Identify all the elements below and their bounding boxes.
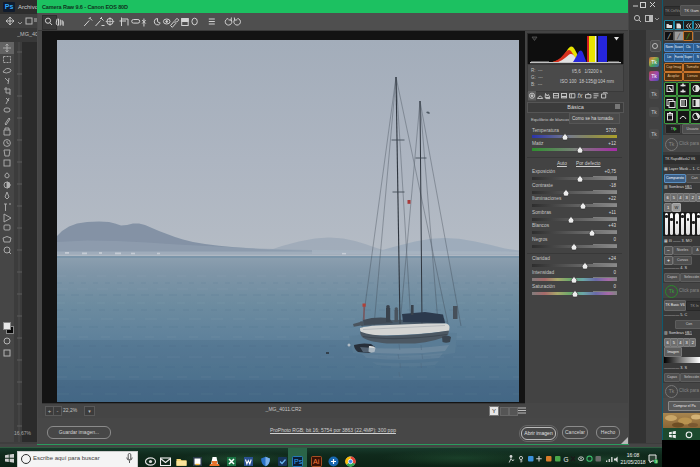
svg-text:G: G: [564, 456, 569, 463]
svg-text:3: 3: [655, 460, 657, 464]
svg-text:fx: fx: [578, 92, 584, 99]
svg-text:Ps: Ps: [294, 458, 303, 465]
svg-text:Ai: Ai: [313, 458, 320, 465]
